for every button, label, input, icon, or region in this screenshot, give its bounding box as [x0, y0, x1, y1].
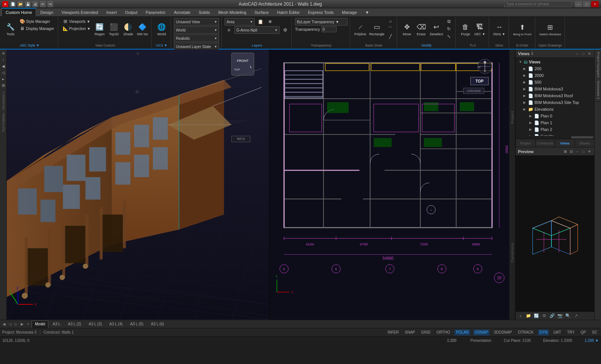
tab-solids[interactable]: Solids — [195, 8, 214, 16]
preview-btn-2[interactable]: ⊡ — [569, 149, 574, 154]
tab-parametric[interactable]: Parametric — [142, 8, 170, 16]
erase-button[interactable]: ⌫ Erase — [414, 18, 428, 41]
qp-btn[interactable]: QP — [579, 329, 587, 335]
display-manager-button[interactable]: 🖥 Display Manager — [18, 25, 56, 32]
deselect-button[interactable]: ↩ Deselect — [429, 18, 444, 41]
view-bim-site-toggle[interactable]: ▶ — [523, 101, 527, 104]
maximize-btn[interactable]: □ — [583, 1, 590, 7]
views-tab-label[interactable]: Views — [555, 139, 575, 147]
sheet-tab-a3l6[interactable]: A3 L (6) — [148, 320, 168, 328]
dims-button[interactable]: ↔ Dims ▼ — [492, 18, 506, 41]
close-btn[interactable]: ✕ — [591, 1, 599, 7]
view-500-toggle[interactable]: ▶ — [523, 80, 527, 84]
close-palette-btn[interactable]: ✕ — [0, 50, 6, 56]
view-item-plan1[interactable]: ▶ 📄 Plan 1 — [516, 119, 594, 126]
tab-more[interactable]: ▼ — [361, 8, 373, 16]
tab-design[interactable]: Design — [36, 8, 57, 16]
first-sheet-btn[interactable]: ◁ — [8, 322, 13, 327]
zoom-level[interactable]: 1:200 ▼ — [584, 338, 599, 343]
style-manager-button[interactable]: 🎨 Style Manager — [18, 18, 56, 25]
tool-3[interactable]: ▸ — [0, 76, 6, 82]
world-button[interactable]: 🌐 World — [155, 18, 168, 41]
lwt-btn[interactable]: LWT — [552, 329, 562, 335]
copy-btn[interactable]: ⧉ — [445, 18, 453, 25]
preview-detail-btn[interactable]: 🔍 — [565, 313, 571, 319]
tab-hatch-editor[interactable]: Hatch Editor — [273, 8, 304, 16]
new-btn[interactable]: 📄 — [10, 1, 16, 7]
last-sheet-btn[interactable]: ▶ — [20, 322, 25, 327]
views-scroll-thumb[interactable] — [571, 136, 593, 138]
regen-button[interactable]: 🔄 Regen — [93, 18, 106, 41]
tools-button[interactable]: 🔧 Tools — [4, 18, 17, 41]
rectangle-button[interactable]: ▭ Rectangle — [368, 18, 386, 41]
preview-collapse-btn[interactable]: ─ — [575, 149, 580, 154]
sheet-tab-a3l4[interactable]: A3 L (4) — [106, 320, 126, 328]
project-navigator-tab[interactable]: Project Navigator - Молокова 3 — [595, 50, 601, 102]
prev-sheet-btn[interactable]: ◀ — [2, 322, 7, 327]
preview-share-btn[interactable]: ↗ — [572, 313, 579, 319]
view-bim-toggle[interactable]: ▶ — [523, 87, 527, 91]
sheets-tab-label[interactable]: Sheets — [575, 139, 595, 147]
draw-extra-1[interactable]: ○ — [386, 18, 394, 25]
draw-extra-2[interactable]: ⌒ — [386, 26, 394, 32]
layer-name-dropdown[interactable]: G-Anno-Nplt ▼ — [234, 26, 279, 34]
view-item-plan2[interactable]: ▶ 📄 Plan 2 — [516, 126, 594, 133]
tool-4[interactable]: ⊞ — [0, 82, 6, 88]
bring-to-front-button[interactable]: ⬆ Bring to Front — [512, 18, 532, 41]
grid-btn[interactable]: GRID — [420, 329, 432, 335]
scale-btn[interactable]: 1:200 — [445, 338, 458, 344]
preview-close-btn[interactable]: ✕ — [587, 149, 592, 154]
aec-style-label[interactable]: AEC Style ▼ — [20, 44, 39, 47]
view-item-bim-roof[interactable]: ▶ 📄 BIM Molokova3 Roof — [516, 92, 594, 99]
ucs-label[interactable]: UCS ▼ — [156, 44, 167, 47]
sheet-tab-a3l3[interactable]: A3 L (3) — [85, 320, 105, 328]
constructs-tab-label[interactable]: Constructs — [536, 139, 555, 147]
modify-label[interactable]: Modify — [422, 44, 432, 47]
polar-btn[interactable]: POLAR — [455, 329, 470, 335]
view-item-2000[interactable]: ▶ 📄 2000 — [516, 72, 594, 79]
views-root-toggle[interactable]: ▼ — [519, 60, 522, 64]
dyn-btn[interactable]: DYN — [538, 329, 549, 335]
view-elev-toggle[interactable]: ▶ — [523, 107, 527, 111]
view-item-bim[interactable]: ▶ 📄 BIM Molokova3 — [516, 86, 594, 92]
tab-custom-home[interactable]: Custom Home — [2, 8, 36, 16]
search-input[interactable] — [506, 2, 570, 6]
sheet-tab-a3l2[interactable]: A3 L (2) — [65, 320, 85, 328]
layer-icon-btn[interactable]: ≡ — [225, 27, 233, 33]
minimize-btn[interactable]: ─ — [575, 1, 582, 7]
view-item-500[interactable]: ▶ 📄 500 — [516, 79, 594, 86]
top2d-button[interactable]: ⬛ Top2D — [107, 18, 121, 41]
tab-annotate[interactable]: Annotate — [170, 8, 195, 16]
resize-palette-btn[interactable]: ↕ — [0, 57, 6, 63]
add-sheet-btn[interactable]: + — [26, 322, 31, 327]
sheet-tab-a3l[interactable]: A3 L — [49, 320, 64, 328]
tab-output[interactable]: Output — [121, 8, 142, 16]
try-btn[interactable]: TRY — [566, 329, 576, 335]
viewport-2d[interactable]: ○ 4164 4708 7200 3900 54900 5 — [270, 50, 515, 320]
view-200-toggle[interactable]: ▶ — [523, 67, 527, 71]
switch-windows-button[interactable]: ⊞ Switch Windows — [538, 18, 562, 41]
aec-button[interactable]: 🏗 AEC ▼ — [473, 18, 486, 41]
projection-button[interactable]: 📐 Projection ▼ — [61, 25, 92, 32]
view-plan1-toggle[interactable]: ▶ — [529, 121, 533, 125]
undo-btn[interactable]: ↩ — [40, 1, 46, 7]
view-plan2-toggle[interactable]: ▶ — [529, 128, 533, 131]
print-btn[interactable]: 🖨 — [32, 1, 38, 7]
layers-label[interactable]: Layers — [252, 44, 262, 47]
viewports-button[interactable]: ⊞ Viewports ▼ — [61, 18, 92, 25]
preview-settings-btn[interactable]: ⚙ — [541, 313, 548, 319]
realistic-dropdown[interactable]: Realistic ▼ — [174, 35, 219, 42]
preview-camera-btn[interactable]: 📷 — [557, 313, 563, 319]
tool-2[interactable]: ◁ — [0, 69, 6, 75]
snap-btn[interactable]: SNAP — [403, 329, 417, 335]
views-close-btn[interactable]: ✕ — [587, 51, 592, 56]
views-collapse-btn[interactable]: ─ — [575, 51, 580, 56]
infer-btn[interactable]: INFER — [386, 329, 400, 335]
preview-btn-1[interactable]: ⊞ — [563, 149, 568, 154]
viewport-3d[interactable]: FRONT L TOP WCS X Y Z ⌂ ⌂ — [7, 50, 270, 320]
next-sheet-btn[interactable]: ▷ — [14, 322, 19, 327]
view-item-satelite[interactable]: ▶ 📄 Satelite — [516, 133, 594, 136]
bylayer-transparency-dropdown[interactable]: ByLayer Transparency ▼ — [295, 18, 347, 26]
views-float-btn[interactable]: □ — [581, 51, 586, 56]
sheet-tab-model[interactable]: Model — [32, 320, 48, 328]
